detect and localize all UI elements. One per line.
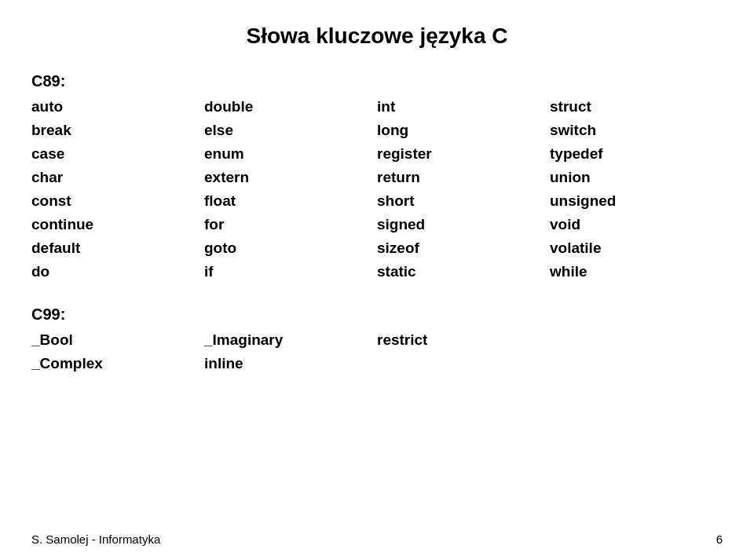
keyword-restrict: restrict [377,330,550,350]
keyword-register: register [377,144,550,164]
keyword-goto: goto [204,238,377,258]
keyword-for: for [204,214,377,235]
keyword-empty-3 [550,353,723,374]
footer-page: 6 [716,533,723,546]
page: Słowa kluczowe języka C C89: auto double… [0,0,754,560]
keyword-double: double [204,97,377,117]
c89-header: C89: [31,72,723,90]
keyword-static: static [377,262,550,282]
keyword-default: default [31,238,204,258]
keyword-break: break [31,120,204,141]
keyword-unsigned: unsigned [550,191,723,211]
keyword-struct: struct [550,97,723,117]
keyword-typedef: typedef [550,144,723,164]
keyword-bool: _Bool [31,330,204,350]
c99-section: C99: _Bool _Imaginary restrict _Complex … [31,306,723,374]
keyword-if: if [204,262,377,282]
keyword-const: const [31,191,204,211]
keyword-sizeof: sizeof [377,238,550,258]
c99-header: C99: [31,306,723,324]
keyword-empty-1 [550,330,723,350]
keyword-enum: enum [204,144,377,164]
keyword-char: char [31,167,204,188]
keyword-imaginary: _Imaginary [204,330,377,350]
keyword-case: case [31,144,204,164]
keyword-switch: switch [550,120,723,141]
c99-keywords-grid: _Bool _Imaginary restrict _Complex inlin… [31,330,723,374]
keyword-int: int [377,97,550,117]
footer-author: S. Samolej - Informatyka [31,533,160,546]
keyword-float: float [204,191,377,211]
keyword-long: long [377,120,550,141]
keyword-union: union [550,167,723,188]
keyword-do: do [31,262,204,282]
c89-keywords-grid: auto double int struct break else long s… [31,97,723,282]
keyword-extern: extern [204,167,377,188]
keyword-empty-2 [377,353,550,374]
keyword-while: while [550,262,723,282]
keyword-short: short [377,191,550,211]
keyword-complex: _Complex [31,353,204,374]
keyword-return: return [377,167,550,188]
keyword-inline: inline [204,353,377,374]
keyword-volatile: volatile [550,238,723,258]
keyword-void: void [550,214,723,235]
footer: S. Samolej - Informatyka 6 [0,533,754,546]
page-title: Słowa kluczowe języka C [31,24,723,49]
keyword-signed: signed [377,214,550,235]
keyword-auto: auto [31,97,204,117]
keyword-continue: continue [31,214,204,235]
keyword-else: else [204,120,377,141]
